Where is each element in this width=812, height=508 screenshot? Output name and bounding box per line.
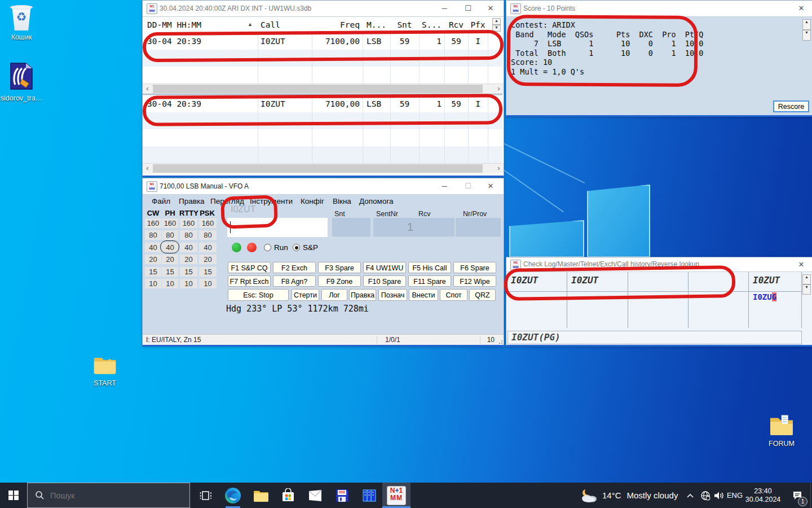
check-col-log[interactable]: I0ZUT xyxy=(511,275,538,286)
weather-widget[interactable]: 14°C Mostly cloudy xyxy=(580,483,681,508)
sp-radio-label[interactable]: S&P xyxy=(303,243,318,252)
menu-edit[interactable]: Правка xyxy=(179,197,205,205)
start-button[interactable] xyxy=(0,483,27,508)
fkey-f11[interactable]: F11 Spare xyxy=(408,275,451,287)
scroll-left-icon[interactable]: ‹ xyxy=(143,84,152,94)
mark-button[interactable]: Познач xyxy=(378,289,407,301)
scroll-left-icon[interactable]: ‹ xyxy=(143,164,152,173)
qrz-button[interactable]: QRZ xyxy=(469,289,496,301)
close-icon[interactable]: ✕ xyxy=(792,1,811,16)
notification-center-button[interactable]: 1 xyxy=(785,483,810,508)
band-cell-psk-40[interactable]: 40 xyxy=(199,243,217,252)
sp-radio[interactable] xyxy=(293,244,300,251)
minimize-icon[interactable]: ─ xyxy=(435,1,454,16)
col-header-pfx[interactable]: Pfx xyxy=(468,17,488,33)
wipe-button[interactable]: Стерти xyxy=(292,289,319,301)
tray-chevron[interactable] xyxy=(683,483,697,508)
col-header-rcv[interactable]: Rcv xyxy=(444,17,468,33)
band-cell-cw-20[interactable]: 20 xyxy=(145,255,161,264)
search-input[interactable] xyxy=(49,491,175,501)
fkey-f6[interactable]: F6 Spare xyxy=(453,262,496,273)
taskbar-n1mm-active[interactable]: N+1 MM xyxy=(382,483,411,508)
desktop-icon-start-folder[interactable]: START xyxy=(83,354,126,387)
task-view-button[interactable] xyxy=(194,483,218,508)
rescore-button[interactable]: Rescore xyxy=(773,100,809,112)
band-cell-rtty-160[interactable]: 160 xyxy=(180,218,197,228)
band-cell-ph-10[interactable]: 10 xyxy=(162,279,178,288)
spin-up-icon[interactable]: ▲ xyxy=(802,274,811,284)
col-header-call[interactable]: Call xyxy=(258,17,312,33)
fkey-f5[interactable]: F5 His Call xyxy=(408,262,451,273)
minimize-icon[interactable]: ─ xyxy=(435,178,454,194)
spin-down-icon[interactable]: ▼ xyxy=(802,284,811,295)
spin-up-icon[interactable]: ▲ xyxy=(492,18,501,25)
close-icon[interactable]: ✕ xyxy=(481,1,500,16)
run-radio[interactable] xyxy=(264,244,271,251)
log-upper-hscrollbar[interactable]: ‹ › xyxy=(143,84,504,94)
scroll-right-icon[interactable]: › xyxy=(494,164,504,173)
menu-windows[interactable]: Вікна xyxy=(333,197,351,205)
band-cell-rtty-15[interactable]: 15 xyxy=(180,267,197,277)
nrprov-field[interactable] xyxy=(456,218,501,237)
fkey-f4[interactable]: F4 UW1WU xyxy=(363,262,406,273)
col-header-datetime[interactable]: DD-MM HH:MM xyxy=(143,17,258,33)
band-cell-psk-10[interactable]: 10 xyxy=(199,279,217,288)
resize-grip[interactable] xyxy=(497,338,502,344)
close-icon[interactable]: ✕ xyxy=(792,257,811,271)
band-cell-psk-15[interactable]: 15 xyxy=(199,267,217,277)
band-cell-psk-80[interactable]: 80 xyxy=(199,230,217,240)
fkey-f2[interactable]: F2 Exch xyxy=(273,262,316,273)
log-button[interactable]: Лог xyxy=(321,289,347,301)
band-cell-psk-160[interactable]: 160 xyxy=(199,218,217,228)
maximize-icon[interactable]: ☐ xyxy=(458,1,478,16)
score-spinner[interactable]: ▲ ▼ xyxy=(802,19,811,41)
snt-field[interactable] xyxy=(332,218,370,237)
tray-clock[interactable]: 23:40 30.04.2024 xyxy=(744,483,782,508)
fkey-f3[interactable]: F3 Spare xyxy=(318,262,361,273)
scroll-right-icon[interactable]: › xyxy=(494,84,504,94)
log-header-spinner[interactable]: ▲ ▼ xyxy=(492,18,501,32)
check-suggestion[interactable]: I0ZUG xyxy=(753,292,776,301)
sentnr-field[interactable]: 1 xyxy=(373,218,417,237)
desktop-icon-recycle-bin[interactable]: ♻ Кошик xyxy=(0,5,43,41)
search-box[interactable] xyxy=(27,483,190,508)
taskbar-archive-app[interactable] xyxy=(356,483,382,508)
tray-network[interactable] xyxy=(698,483,713,508)
fkey-f12[interactable]: F12 Wipe xyxy=(453,275,496,287)
desktop-icon-sidorov-file[interactable]: sidorov_tra… xyxy=(0,62,45,102)
menu-tools[interactable]: Інструменти xyxy=(250,197,293,205)
log-qso-row[interactable]: 30-04 20:39 I0ZUT 7100,00 LSB 59 1 59 I xyxy=(143,95,502,112)
band-cell-ph-15[interactable]: 15 xyxy=(162,267,178,277)
col-header-mode[interactable]: M... xyxy=(363,17,390,33)
store-button[interactable]: Внести xyxy=(409,289,438,301)
score-window-titlebar[interactable]: N1MM Score - 10 Points ✕ xyxy=(506,1,812,17)
fkey-f8[interactable]: F8 Agn? xyxy=(273,275,316,287)
taskbar-mail[interactable] xyxy=(302,483,328,508)
callsign-input[interactable] xyxy=(227,218,328,237)
tray-volume[interactable] xyxy=(712,483,726,508)
fkey-f9[interactable]: F9 Zone xyxy=(318,275,361,287)
band-cell-cw-80[interactable]: 80 xyxy=(145,230,161,240)
edit-button[interactable]: Правка xyxy=(349,289,376,301)
fkey-f7[interactable]: F7 Rpt Exch xyxy=(228,275,271,287)
desktop-icon-forum-folder[interactable]: FORUM xyxy=(760,413,803,448)
band-cell-ph-160[interactable]: 160 xyxy=(162,218,178,228)
spot-button[interactable]: Спот xyxy=(440,289,467,301)
log-qso-row[interactable]: 30-04 20:39 I0ZUT 7100,00 LSB 59 1 59 I xyxy=(143,33,502,50)
taskbar-floppy-app[interactable] xyxy=(329,483,355,508)
log-window-titlebar[interactable]: N1MM 30.04.2024 20:40:00Z ARI DX INT - U… xyxy=(143,1,504,17)
taskbar-file-explorer[interactable] xyxy=(248,483,274,508)
scroll-thumb[interactable] xyxy=(153,164,483,173)
log-lower-hscrollbar[interactable]: ‹ › xyxy=(143,163,504,173)
maximize-icon[interactable]: ☐ xyxy=(458,178,478,194)
menu-help[interactable]: Допомога xyxy=(359,197,394,205)
band-cell-psk-20[interactable]: 20 xyxy=(199,255,217,264)
fkey-f1[interactable]: F1 S&P CQ xyxy=(228,262,271,273)
band-cell-rtty-10[interactable]: 10 xyxy=(180,279,197,288)
close-icon[interactable]: ✕ xyxy=(481,178,500,194)
band-cell-cw-40[interactable]: 40 xyxy=(145,243,161,252)
spin-down-icon[interactable]: ▼ xyxy=(802,30,811,41)
band-cell-cw-15[interactable]: 15 xyxy=(145,267,161,277)
band-cell-cw-10[interactable]: 10 xyxy=(145,279,161,288)
menu-config[interactable]: Конфіг xyxy=(301,197,324,205)
